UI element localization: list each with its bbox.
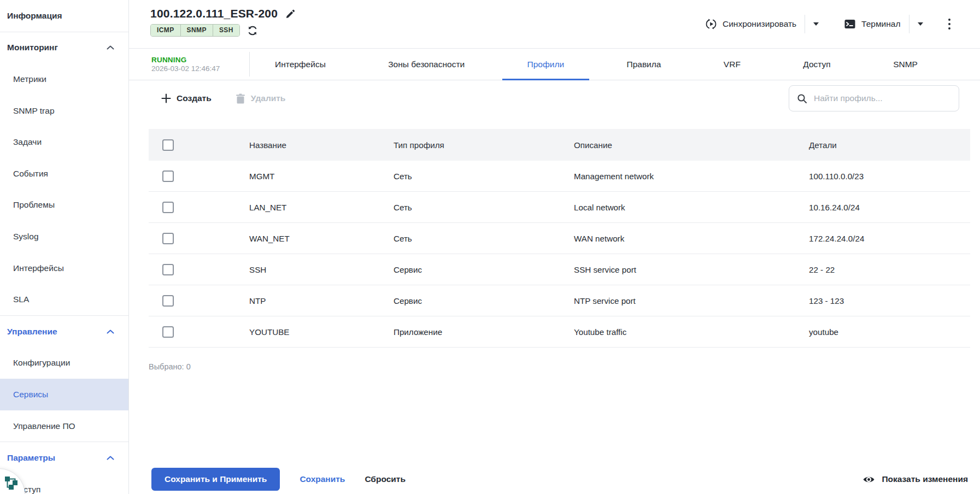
search-icon xyxy=(797,93,807,104)
sidebar-item-sla[interactable]: SLA xyxy=(0,284,128,315)
status-timestamp: 2026-03-02 12:46:47 xyxy=(151,64,249,73)
row-checkbox[interactable] xyxy=(162,233,174,244)
sidebar-item-metrics[interactable]: Метрики xyxy=(0,63,128,95)
cell-description: NTP service port xyxy=(574,296,809,305)
tab-interfaces[interactable]: Интерфейсы xyxy=(250,49,351,80)
search-input[interactable] xyxy=(814,93,951,103)
protocol-badges: ICMP SNMP SSH xyxy=(150,24,240,37)
chevron-up-icon xyxy=(107,45,114,50)
cell-details: 123 - 123 xyxy=(809,296,970,305)
badge-ssh: SSH xyxy=(213,25,239,36)
sidebar-item-services[interactable]: Сервисы xyxy=(0,379,128,410)
main-area: 100.122.0.111_ESR-200 ICMP SNMP SSH xyxy=(129,0,980,494)
profiles-table: Название Тип профиля Описание Детали MGM… xyxy=(149,129,970,348)
sidebar-item-snmp-trap[interactable]: SNMP trap xyxy=(0,95,128,127)
select-all-checkbox[interactable] xyxy=(162,139,174,151)
terminal-icon xyxy=(844,18,856,30)
table-header-row: Название Тип профиля Описание Детали xyxy=(149,129,970,161)
edit-title-icon[interactable] xyxy=(285,9,296,19)
sidebar-item-monitoring[interactable]: Мониторинг xyxy=(0,32,128,64)
row-checkbox[interactable] xyxy=(162,202,174,213)
cell-type: Сеть xyxy=(394,172,574,181)
sidebar-item-configurations[interactable]: Конфигурации xyxy=(0,348,128,379)
save-and-apply-button[interactable]: Сохранить и Применить xyxy=(151,468,280,491)
cell-name: NTP xyxy=(249,296,394,305)
save-button[interactable]: Сохранить xyxy=(293,474,351,484)
badge-icmp: ICMP xyxy=(151,25,180,36)
device-status: RUNNING 2026-03-02 12:46:47 xyxy=(151,49,249,80)
device-header-actions: Синхронизировать Терминал xyxy=(705,0,953,48)
cell-details: 22 - 22 xyxy=(809,265,970,274)
refresh-status-icon[interactable] xyxy=(247,25,258,36)
table-row[interactable]: WAN_NET Сеть WAN network 172.24.24.0/24 xyxy=(149,223,970,254)
cell-type: Сеть xyxy=(394,234,574,243)
sidebar-item-information[interactable]: Информация xyxy=(0,0,128,32)
column-header-details: Детали xyxy=(809,140,970,150)
row-checkbox[interactable] xyxy=(162,264,174,275)
show-changes-label: Показать изменения xyxy=(882,474,968,484)
tabs: Интерфейсы Зоны безопасности Профили Пра… xyxy=(250,49,980,80)
sidebar-item-management[interactable]: Управление xyxy=(0,316,128,348)
header-separator xyxy=(805,15,805,33)
more-options-icon[interactable] xyxy=(946,16,953,32)
cell-description: WAN network xyxy=(574,234,809,243)
cell-details: 100.110.0.0/23 xyxy=(809,172,970,181)
sidebar-item-problems[interactable]: Проблемы xyxy=(0,190,128,221)
chevron-up-icon xyxy=(107,456,114,460)
sidebar-item-interfaces[interactable]: Интерфейсы xyxy=(0,252,128,284)
cell-details: 172.24.24.0/24 xyxy=(809,234,970,243)
device-header-left: 100.122.0.111_ESR-200 ICMP SNMP SSH xyxy=(150,0,296,48)
sidebar-item-label: Информация xyxy=(7,11,62,21)
selected-count: Выбрано: 0 xyxy=(149,362,970,371)
sidebar-item-syslog[interactable]: Syslog xyxy=(0,221,128,252)
eye-icon xyxy=(862,473,875,486)
sidebar-item-parameters[interactable]: Параметры xyxy=(0,442,128,474)
row-checkbox[interactable] xyxy=(162,326,174,338)
sidebar-item-software-management[interactable]: Управление ПО xyxy=(0,410,128,442)
cell-name: WAN_NET xyxy=(249,234,394,243)
sidebar-item-tasks[interactable]: Задачи xyxy=(0,126,128,158)
table-toolbar: Создать Удалить xyxy=(149,85,970,111)
create-button-label: Создать xyxy=(177,93,212,103)
tab-rules[interactable]: Правила xyxy=(602,49,686,80)
table-row[interactable]: MGMT Сеть Management network 100.110.0.0… xyxy=(149,161,970,192)
create-button[interactable]: Создать xyxy=(161,93,212,103)
synchronize-label: Синхронизировать xyxy=(723,19,796,29)
synchronize-icon xyxy=(705,18,717,30)
terminal-dropdown-caret[interactable] xyxy=(918,22,923,26)
terminal-label: Терминал xyxy=(861,19,900,29)
table-row[interactable]: YOUTUBE Приложение Youtube traffic youtu… xyxy=(149,316,970,348)
app-root: Информация Мониторинг Метрики SNMP trap … xyxy=(0,0,980,494)
chevron-up-icon xyxy=(107,330,114,334)
page-title: 100.122.0.111_ESR-200 xyxy=(150,7,278,20)
table-row[interactable]: LAN_NET Сеть Local network 10.16.24.0/24 xyxy=(149,192,970,223)
profiles-content: Создать Удалить Наз xyxy=(129,80,980,494)
tab-access[interactable]: Доступ xyxy=(778,49,855,80)
sidebar-item-events[interactable]: События xyxy=(0,158,128,190)
cell-description: Youtube traffic xyxy=(574,327,809,337)
cell-name: SSH xyxy=(249,265,394,274)
cell-description: SSH service port xyxy=(574,265,809,274)
tab-profiles[interactable]: Профили xyxy=(502,49,590,80)
terminal-button[interactable]: Терминал xyxy=(844,18,900,30)
cell-name: YOUTUBE xyxy=(249,327,394,337)
footer-actions: Сохранить и Применить Сохранить Сбросить… xyxy=(149,464,970,494)
row-checkbox[interactable] xyxy=(162,170,174,182)
delete-button-label: Удалить xyxy=(251,93,286,103)
tab-snmp[interactable]: SNMP xyxy=(868,49,943,80)
delete-button[interactable]: Удалить xyxy=(236,93,286,104)
tab-vrf[interactable]: VRF xyxy=(699,49,766,80)
cell-details: youtube xyxy=(809,327,970,337)
table-row[interactable]: NTP Сервис NTP service port 123 - 123 xyxy=(149,285,970,316)
trash-icon xyxy=(236,93,245,104)
reset-button[interactable]: Сбросить xyxy=(358,474,412,484)
synchronize-dropdown-caret[interactable] xyxy=(813,22,819,26)
table-row[interactable]: SSH Сервис SSH service port 22 - 22 xyxy=(149,254,970,285)
synchronize-button[interactable]: Синхронизировать xyxy=(705,18,796,30)
tab-security-zones[interactable]: Зоны безопасности xyxy=(363,49,490,80)
header-separator xyxy=(909,15,909,33)
column-header-type: Тип профиля xyxy=(394,140,574,150)
row-checkbox[interactable] xyxy=(162,295,174,307)
cell-type: Сервис xyxy=(394,265,574,274)
show-changes-button[interactable]: Показать изменения xyxy=(862,473,968,486)
